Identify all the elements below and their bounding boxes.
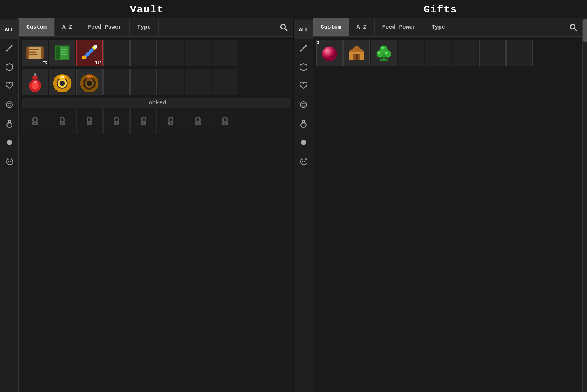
gifts-filter-all[interactable]: ALL (294, 20, 313, 39)
gifts-filter-sidebar: ALL (294, 18, 313, 392)
vault-item-empty-5[interactable] (212, 40, 238, 66)
vault-item-ring-dark[interactable] (76, 69, 103, 95)
pink-ball-number: 1 (317, 41, 320, 45)
vault-locked-7[interactable] (185, 108, 211, 134)
search-icon (280, 23, 288, 32)
svg-rect-6 (8, 121, 11, 123)
gifts-scrollbar-thumb[interactable] (583, 19, 587, 42)
gifts-title: Gifts (423, 4, 457, 15)
svg-point-11 (281, 24, 285, 29)
svg-marker-75 (349, 46, 364, 52)
gifts-shield-icon (299, 63, 308, 71)
svg-point-70 (570, 24, 575, 29)
gifts-filter-weapon[interactable] (294, 39, 313, 58)
svg-rect-27 (82, 56, 86, 59)
vault-locked-1[interactable] (22, 108, 48, 134)
svg-point-52 (143, 122, 144, 124)
scroll-t5-label: T5 (43, 61, 47, 65)
vault-filter-weapon[interactable] (0, 39, 19, 58)
gifts-sort-custom[interactable]: Custom (313, 18, 349, 36)
svg-rect-17 (29, 52, 37, 53)
vault-filter-all[interactable]: ALL (0, 20, 19, 39)
gifts-filter-potion[interactable] (294, 114, 313, 133)
gifts-filter-special[interactable] (294, 152, 313, 171)
vault-locked-8[interactable] (212, 108, 238, 134)
gifts-item-empty-1[interactable] (398, 40, 424, 66)
gifts-item-green-clover[interactable] (371, 40, 397, 66)
vault-filter-armor[interactable] (0, 76, 19, 95)
vault-item-scroll-t5[interactable]: T5 (22, 40, 48, 66)
vault-title: Vault (130, 4, 164, 15)
gifts-potion-icon (299, 119, 308, 128)
vault-sort-az[interactable]: A-Z (55, 18, 80, 36)
svg-point-4 (8, 103, 11, 106)
vault-item-empty-1[interactable] (103, 40, 130, 66)
svg-rect-22 (61, 49, 67, 50)
vault-item-potion-red[interactable] (22, 69, 48, 95)
vault-item-empty-3[interactable] (158, 40, 184, 66)
vault-filter-ability[interactable] (0, 58, 19, 76)
gifts-item-pink-ball[interactable]: 1 (316, 40, 343, 66)
ring-gold-img (52, 72, 72, 92)
svg-rect-14 (26, 47, 29, 59)
vault-locked-5[interactable] (130, 108, 157, 134)
vault-item-empty-9[interactable] (185, 69, 211, 95)
svg-point-44 (34, 122, 36, 124)
svg-point-62 (300, 102, 307, 108)
gifts-filter-ability[interactable] (294, 58, 313, 76)
vault-item-empty-8[interactable] (158, 69, 184, 95)
svg-point-5 (7, 123, 12, 127)
vault-locked-2[interactable] (49, 108, 75, 134)
gifts-sort-feedpower[interactable]: Feed Power (375, 18, 424, 36)
vault-sort-feedpower[interactable]: Feed Power (80, 18, 130, 36)
gifts-sword-icon (299, 44, 308, 53)
gifts-filter-ring[interactable] (294, 95, 313, 114)
gifts-filter-other[interactable] (294, 133, 313, 152)
svg-rect-24 (61, 54, 67, 55)
vault-sort-custom[interactable]: Custom (19, 18, 55, 36)
gifts-filter-armor[interactable] (294, 76, 313, 95)
potion-icon (5, 119, 14, 128)
svg-point-64 (301, 123, 306, 127)
vault-filter-other[interactable] (0, 133, 19, 152)
gifts-sort-type[interactable]: Type (424, 18, 453, 36)
vault-locked-row (20, 108, 291, 136)
vault-item-sword-t12[interactable]: T12 (76, 40, 103, 66)
vault-locked-4[interactable] (103, 108, 130, 134)
green-clover-img (374, 43, 394, 63)
gifts-item-empty-2[interactable] (425, 40, 451, 66)
svg-rect-77 (355, 54, 358, 60)
vault-filter-ring[interactable] (0, 95, 19, 114)
vault-item-empty-4[interactable] (185, 40, 211, 66)
vault-item-ring-gold[interactable] (49, 69, 75, 95)
vault-locked-3[interactable] (76, 108, 103, 134)
vault-item-empty-2[interactable] (130, 40, 157, 66)
svg-point-46 (61, 122, 63, 124)
vault-filter-sidebar: ALL (0, 18, 19, 392)
vault-sort-type[interactable]: Type (130, 18, 159, 36)
lock-icon-8 (220, 116, 230, 127)
gifts-scrollbar[interactable] (582, 18, 587, 392)
svg-point-35 (58, 80, 66, 87)
gifts-panel-content: Custom A-Z Feed Power Type 1 (313, 18, 583, 392)
vault-search-button[interactable] (275, 18, 293, 36)
vault-filter-special[interactable] (0, 152, 19, 171)
vault-row2 (20, 67, 291, 97)
gifts-item-empty-5[interactable] (506, 40, 533, 66)
lock-icon-3 (84, 116, 95, 127)
main-content: ALL (0, 18, 587, 392)
vault-item-green[interactable] (49, 40, 75, 66)
svg-rect-82 (380, 59, 388, 61)
gifts-item-empty-3[interactable] (452, 40, 478, 66)
gifts-cat-icon (299, 157, 308, 165)
vault-item-empty-7[interactable] (130, 69, 157, 95)
vault-item-empty-10[interactable] (212, 69, 238, 95)
gifts-item-brown-bag[interactable] (343, 40, 370, 66)
gifts-sort-az[interactable]: A-Z (349, 18, 375, 36)
vault-item-empty-6[interactable] (103, 69, 130, 95)
vault-locked-6[interactable] (158, 108, 184, 134)
vault-filter-potion[interactable] (0, 114, 19, 133)
svg-rect-20 (56, 47, 60, 59)
gifts-search-button[interactable] (564, 18, 582, 36)
gifts-item-empty-4[interactable] (479, 40, 506, 66)
